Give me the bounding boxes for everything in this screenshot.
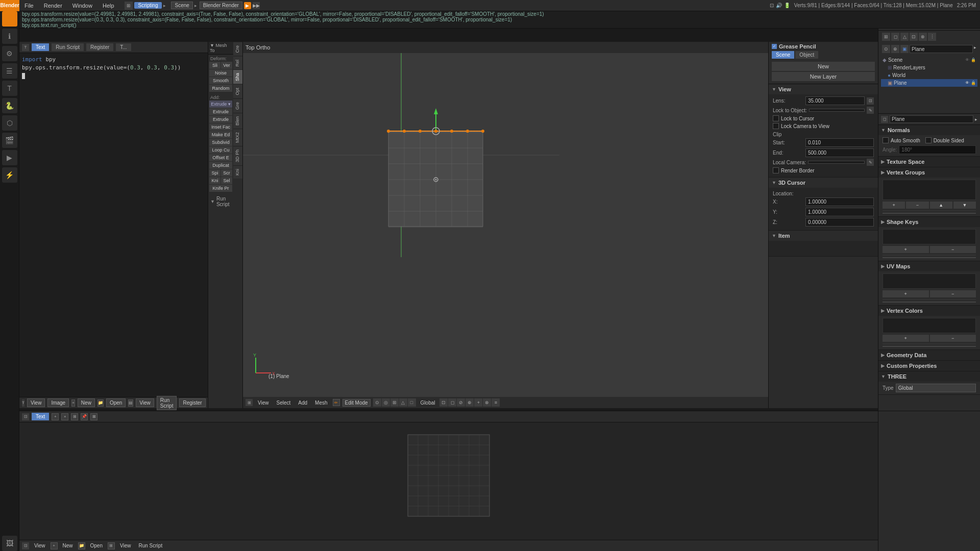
mode-selector[interactable]: Edit Mode xyxy=(342,399,371,407)
bottom-run-script-btn[interactable]: Run Script xyxy=(136,542,165,549)
st-icon-2[interactable]: ◻ xyxy=(891,33,899,41)
tools-tab-kni[interactable]: Kni xyxy=(233,165,242,179)
dock-sequencer-icon[interactable]: ▶ xyxy=(2,150,17,165)
script-new-icon[interactable]: + xyxy=(71,399,75,407)
bottom-open-btn[interactable]: Open xyxy=(88,542,105,549)
local-camera-btn[interactable]: ✎ xyxy=(867,159,874,166)
cursor-y-value[interactable]: 1.00000 xyxy=(805,208,874,216)
render-border-check[interactable] xyxy=(773,167,779,173)
3d-viewport[interactable]: Top Ortho xyxy=(243,42,768,408)
bottom-view-btn[interactable]: View xyxy=(32,542,48,549)
plane-name-input[interactable]: Plane xyxy=(910,45,973,53)
viewport-mesh-btn[interactable]: Mesh xyxy=(312,399,330,406)
render-engine-selector[interactable]: Blender Render xyxy=(200,2,242,9)
script-register-btn[interactable]: Register xyxy=(179,398,205,407)
st-icon-1[interactable]: ⊞ xyxy=(882,33,890,41)
cursor-z-value[interactable]: 0.00000 xyxy=(805,218,874,227)
tool-offset[interactable]: Offset E xyxy=(209,154,232,161)
viewport-add-btn[interactable]: Add xyxy=(296,399,310,406)
vertex-groups-header[interactable]: Vertex Groups xyxy=(878,167,980,178)
tools-tab-cre[interactable]: Cre xyxy=(233,42,242,56)
bottom-type-icon[interactable]: ⊡ xyxy=(22,413,29,420)
render-btn[interactable]: ▶ xyxy=(244,2,251,9)
tool-ver[interactable]: Ver xyxy=(221,62,232,69)
tree-item-plane[interactable]: ▣ Plane 👁 🔒 xyxy=(881,79,977,87)
tool-spi[interactable]: Spi xyxy=(209,169,220,177)
tool-kni[interactable]: Kni xyxy=(209,177,220,184)
viewport-icon-3[interactable]: ⊞ xyxy=(390,398,399,407)
cursor-section-header[interactable]: 3D Cursor xyxy=(769,178,878,188)
local-camera-value[interactable] xyxy=(808,161,865,164)
gp-new-btn[interactable]: New xyxy=(772,62,875,71)
dock-properties-icon[interactable]: ⚙ xyxy=(2,46,17,61)
tool-sli[interactable]: Sli xyxy=(209,62,220,69)
dock-outliner-icon[interactable]: ☰ xyxy=(2,63,17,79)
tool-duplicat[interactable]: Duplicat xyxy=(209,162,232,169)
tools-tab-3dph[interactable]: 3D Ph xyxy=(233,146,242,165)
scene-eye[interactable]: 👁 xyxy=(965,58,969,62)
st-icon-8[interactable]: ⊕ xyxy=(891,45,899,53)
tools-tab-gre[interactable]: Gre xyxy=(233,98,242,113)
script-view-btn[interactable]: View xyxy=(27,398,45,407)
edit-mode-icon[interactable]: ✏ xyxy=(333,399,340,406)
vc-add-btn[interactable]: + xyxy=(883,335,929,342)
custom-properties-header[interactable]: Custom Properties xyxy=(878,361,980,371)
viewport-icon-12[interactable]: ≡ xyxy=(492,398,500,407)
tool-noise[interactable]: Noise xyxy=(209,69,232,77)
script-new-btn[interactable]: New xyxy=(78,398,95,407)
bottom-close-icon[interactable]: × xyxy=(61,413,68,420)
script-image-btn[interactable]: Image xyxy=(47,398,69,407)
shape-keys-header[interactable]: Shape Keys xyxy=(878,217,980,227)
lock-to-object-btn[interactable]: ✎ xyxy=(867,107,874,114)
plane-name-expand[interactable]: ▸ xyxy=(974,45,976,53)
bottom-pin-icon[interactable]: 📌 xyxy=(81,413,88,420)
tools-tab-sha[interactable]: Sha xyxy=(233,69,242,84)
tool-makeed[interactable]: Make Ed xyxy=(209,131,232,138)
bottom-new-icon[interactable]: + xyxy=(52,413,59,420)
st-icon-7[interactable]: ⊙ xyxy=(882,45,890,53)
tool-sel[interactable]: Sel xyxy=(221,177,232,184)
dock-render-icon[interactable]: 🖼 xyxy=(2,536,17,551)
script-tab-text[interactable]: Text xyxy=(32,43,49,51)
sk-remove-btn[interactable]: − xyxy=(930,246,976,253)
script-open-btn[interactable]: Open xyxy=(106,398,126,407)
tool-inset[interactable]: Inset Fac xyxy=(209,123,232,131)
bottom-content[interactable] xyxy=(19,422,878,540)
tool-knifepr[interactable]: Knife Pr xyxy=(209,185,232,192)
bottom-view2-btn[interactable]: View xyxy=(117,542,134,549)
plane-selector[interactable]: ▣ xyxy=(900,45,909,53)
script-open-icon[interactable]: 📁 xyxy=(97,399,104,407)
viewport-canvas[interactable]: X Y (1) Plane xyxy=(243,53,768,397)
cursor-x-value[interactable]: 1.00000 xyxy=(805,197,874,206)
menu-file[interactable]: File xyxy=(19,2,39,10)
dock-info-icon[interactable]: ℹ xyxy=(2,29,17,44)
script-view2-btn[interactable]: View xyxy=(136,398,154,407)
scene-expand-icon[interactable]: ▸ xyxy=(194,3,197,8)
bottom-new-btn[interactable]: New xyxy=(60,542,76,549)
three-type-value[interactable]: Global xyxy=(896,384,976,392)
sk-add-btn[interactable]: + xyxy=(883,246,929,253)
auto-smooth-check[interactable] xyxy=(883,137,889,143)
dock-blender-icon[interactable] xyxy=(2,11,17,27)
bottom-footer-open-icon[interactable]: 📁 xyxy=(78,542,85,549)
viewport-icon-5[interactable]: □ xyxy=(408,398,416,407)
anim-render-btn[interactable]: ▶▶ xyxy=(253,2,260,9)
tree-item-renderlayers[interactable]: ⊞ RenderLayers xyxy=(881,64,977,71)
lens-icon[interactable]: ⊡ xyxy=(867,97,874,105)
vg-add-btn[interactable]: + xyxy=(883,202,905,209)
gp-checkbox[interactable]: ✓ xyxy=(772,44,777,49)
viewport-icon-4[interactable]: △ xyxy=(399,398,407,407)
vc-remove-btn[interactable]: − xyxy=(930,335,976,342)
script-tab-other[interactable]: T... xyxy=(116,43,131,51)
clip-end-value[interactable]: 500.000 xyxy=(805,148,874,157)
props-name-expand[interactable]: ▸ xyxy=(975,117,977,122)
vertex-colors-header[interactable]: Vertex Colors xyxy=(878,306,980,316)
bottom-footer-view2-icon[interactable]: ⊞ xyxy=(108,542,115,549)
menu-help[interactable]: Help xyxy=(97,2,119,10)
menu-window[interactable]: Window xyxy=(67,2,97,10)
vg-remove-btn[interactable]: − xyxy=(906,202,928,209)
props-icon-1[interactable]: ◻ xyxy=(881,116,888,123)
dock-compositor-icon[interactable]: 🎬 xyxy=(2,133,17,148)
script-area[interactable]: import bpy bpy.ops.transform.resize(valu… xyxy=(19,53,208,397)
lock-to-cursor-check[interactable] xyxy=(773,115,779,121)
